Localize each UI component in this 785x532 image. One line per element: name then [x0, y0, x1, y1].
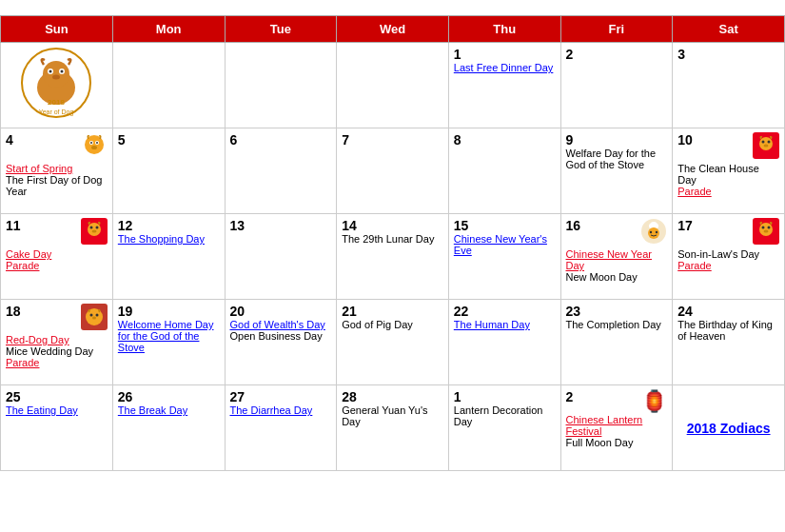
week-row-3: 18 Red-Dog DayMice Wedding DayParade19We… — [1, 300, 785, 385]
calendar-cell: 2018 Zodiacs — [673, 385, 785, 471]
event-item[interactable]: Cake Day — [6, 248, 108, 260]
svg-point-25 — [91, 230, 96, 233]
event-item: The First Day of Dog Year — [6, 174, 108, 197]
calendar-cell: 1Last Free Dinner Day — [448, 43, 560, 128]
week-row-4: 25The Eating Day26The Break Day27The Dia… — [1, 385, 785, 471]
day-number: 1 — [454, 47, 556, 62]
event-item[interactable]: Chinese Lantern Festival — [566, 414, 668, 437]
week-row-2: 11 Cake DayParade12The Shopping Day1314T… — [1, 214, 785, 300]
zodiacs-link[interactable]: 2018 Zodiacs — [687, 421, 771, 436]
svg-point-23 — [89, 227, 92, 229]
day-number: 22 — [454, 304, 556, 319]
day-number: 20 — [230, 304, 332, 319]
svg-point-22 — [88, 223, 101, 236]
calendar-cell: 14The 29th Lunar Day — [337, 214, 449, 300]
calendar-cell: 8 — [448, 128, 560, 214]
event-item[interactable]: The Human Day — [454, 319, 556, 330]
svg-point-41 — [92, 317, 96, 320]
day-number: 25 — [6, 389, 108, 404]
event-item[interactable]: Parade — [6, 260, 108, 271]
col-header-mon: Mon — [112, 16, 225, 43]
dog-icon-icon — [81, 304, 108, 334]
event-item: The Birthday of King of Heaven — [677, 319, 779, 342]
calendar-cell: 7 — [337, 128, 449, 214]
event-item[interactable]: Red-Dog Day — [6, 334, 108, 345]
event-item[interactable]: Welcome Home Day for the God of the Stov… — [118, 319, 220, 353]
dog-red-icon — [81, 218, 108, 248]
event-item[interactable]: Parade — [6, 357, 108, 368]
svg-point-7 — [52, 75, 60, 80]
calendar-cell: 9Welfare Day for the God of the Stove — [560, 128, 673, 214]
calendar-table: SunMonTueWedThuFriSat 2018 Year of Dog 1… — [0, 15, 785, 471]
svg-point-34 — [762, 227, 765, 229]
day-number: 19 — [118, 304, 220, 319]
svg-text:2018: 2018 — [48, 98, 65, 107]
col-header-sat: Sat — [673, 16, 785, 43]
chef-icon — [640, 218, 667, 248]
event-item[interactable]: God of Wealth's Day — [230, 319, 332, 330]
day-number: 18 — [6, 304, 21, 319]
event-item: Full Moon Day — [566, 437, 668, 448]
svg-point-30 — [650, 231, 652, 233]
calendar-cell — [225, 43, 337, 128]
svg-point-5 — [49, 70, 51, 73]
footer — [0, 471, 785, 486]
day-number: 6 — [230, 132, 332, 148]
event-item: New Moon Day — [566, 271, 668, 283]
day-number: 2 — [566, 47, 668, 62]
event-item[interactable]: Last Free Dinner Day — [454, 62, 556, 73]
calendar-cell: 3 — [673, 43, 785, 128]
day-number: 8 — [454, 132, 556, 148]
calendar-cell: 2018 Year of Dog — [1, 43, 113, 128]
calendar-cell: 13 — [225, 214, 337, 300]
day-number: 12 — [118, 218, 220, 233]
event-item[interactable]: Chinese New Year Day — [566, 248, 668, 271]
svg-point-29 — [648, 227, 659, 239]
dog-red2-icon — [753, 218, 779, 248]
event-item[interactable]: Start of Spring — [6, 163, 108, 174]
calendar-cell: 2 — [560, 43, 673, 128]
event-item[interactable]: The Eating Day — [6, 404, 108, 416]
day-number: 7 — [342, 132, 443, 148]
day-number: 24 — [677, 304, 779, 319]
calendar-cell: 24The Birthday of King of Heaven — [673, 300, 785, 385]
calendar-cell: 25The Eating Day — [1, 385, 113, 471]
event-item: Open Business Day — [230, 330, 332, 342]
event-item: General Yuan Yu's Day — [342, 404, 443, 427]
svg-point-15 — [91, 146, 97, 149]
day-number: 13 — [230, 218, 332, 233]
calendar-cell: 26The Break Day — [112, 385, 225, 471]
event-item: Welfare Day for the God of the Stove — [566, 148, 668, 170]
day-number: 17 — [677, 218, 693, 233]
event-item[interactable]: The Diarrhea Day — [230, 404, 332, 416]
svg-point-17 — [759, 137, 773, 150]
svg-point-39 — [89, 314, 92, 317]
col-header-wed: Wed — [337, 16, 449, 43]
event-item[interactable]: The Shopping Day — [118, 233, 220, 245]
day-number: 10 — [677, 132, 693, 148]
event-item: The Completion Day — [566, 319, 668, 330]
event-item: Mice Wedding Day — [6, 345, 108, 357]
event-item[interactable]: Parade — [677, 186, 779, 197]
calendar-cell: 6 — [225, 128, 337, 214]
day-number: 15 — [454, 218, 556, 233]
event-item: Lantern Decoration Day — [454, 404, 556, 427]
svg-text:Year of Dog: Year of Dog — [39, 108, 74, 116]
calendar-cell: 5 — [112, 128, 225, 214]
event-item: The 29th Lunar Day — [342, 233, 443, 245]
event-item[interactable]: Parade — [677, 260, 779, 271]
svg-point-24 — [95, 227, 98, 229]
event-item[interactable]: Chinese New Year's Eve — [454, 233, 556, 256]
day-number: 28 — [342, 389, 443, 404]
calendar-cell: 16 Chinese New Year DayNew Moon Day — [560, 214, 673, 300]
snoopy-icon — [81, 132, 108, 163]
day-number: 27 — [230, 389, 332, 404]
event-item: The Clean House Day — [677, 163, 779, 186]
calendar-cell: 27The Diarrhea Day — [225, 385, 337, 471]
svg-point-6 — [60, 70, 63, 73]
day-number: 16 — [566, 218, 581, 233]
svg-point-13 — [90, 142, 92, 144]
event-item[interactable]: The Break Day — [118, 404, 220, 416]
calendar-cell: 2🏮Chinese Lantern FestivalFull Moon Day — [560, 385, 673, 471]
calendar-cell: 4 Start of SpringThe First Day of Dog Ye… — [1, 128, 113, 214]
